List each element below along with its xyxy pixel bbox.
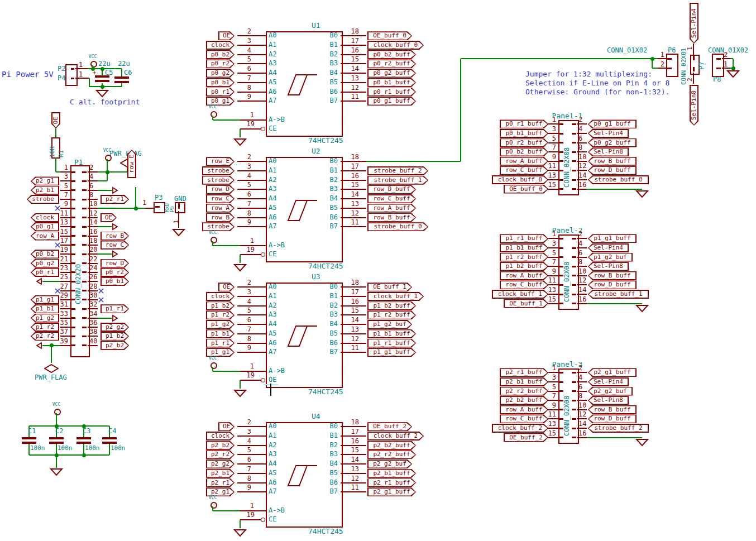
net-label-clock[interactable]: clock xyxy=(206,41,235,50)
net-label-strobe_buff_2[interactable]: strobe_buff_2 xyxy=(588,424,649,433)
net-label-p2_b1_buff[interactable]: p2_b1_buff xyxy=(367,469,416,478)
net-label-p0_g2[interactable]: p0_g2 xyxy=(206,69,235,78)
net-label-row_B_buff[interactable]: row_B_buff xyxy=(588,271,637,280)
net-label-p2_r1[interactable]: p2_r1 xyxy=(206,478,235,487)
net-label-clock_buff_0[interactable]: clock_buff_0 xyxy=(367,41,424,50)
net-label-p1_g1[interactable]: p1_g1 xyxy=(31,295,59,304)
net-label-p2_b2_buff[interactable]: p2_b2_buff xyxy=(367,441,416,450)
net-label-clock_buff_1[interactable]: clock_buff_1 xyxy=(367,292,424,301)
net-label-row_C_buff[interactable]: row_C_buff xyxy=(500,414,548,423)
net-label-p1_g1_buff[interactable]: p1_g1_buff xyxy=(367,348,416,357)
net-label-strobe[interactable]: strobe xyxy=(202,176,235,185)
net-label-p2_b1[interactable]: p2_b1 xyxy=(31,186,59,195)
net-label-OE[interactable]: OE xyxy=(218,31,235,40)
net-label-p2_b1_buff[interactable]: p2_b1_buff xyxy=(500,377,548,386)
net-label-p1_r2_buff[interactable]: p1_r2_buff xyxy=(500,253,548,262)
net-label-p1_g2[interactable]: p1_g2 xyxy=(31,314,59,323)
net-label-p0_r2[interactable]: p0_r2 xyxy=(101,268,129,277)
net-label-strobe_buff_1[interactable]: strobe_buff_1 xyxy=(367,176,428,185)
connector-p3-body[interactable] xyxy=(154,202,165,213)
net-label-row_D_buff[interactable]: row_D_buff xyxy=(367,185,416,194)
net-label-p1_g1_buff[interactable]: p1_g1_buff xyxy=(588,234,637,243)
net-label-row_D[interactable]: row_D xyxy=(101,259,129,268)
net-label-clock[interactable]: clock xyxy=(31,213,59,222)
net-label-p0_r1_buff[interactable]: p0_r1_buff xyxy=(367,88,416,97)
net-label-p2_r1_buff[interactable]: p2_r1_buff xyxy=(500,368,548,377)
net-label-p0_b1[interactable]: p0_b1 xyxy=(206,78,235,87)
net-label-OE[interactable]: OE xyxy=(101,213,117,222)
net-label-p1_r1[interactable]: p1_r1 xyxy=(206,339,235,348)
net-label-p1_r2_buff[interactable]: p1_r2_buff xyxy=(367,310,416,319)
net-label-strobe[interactable]: strobe xyxy=(27,195,59,204)
net-label-p0_g2[interactable]: p0_g2 xyxy=(31,259,59,268)
net-label-strobe[interactable]: strobe xyxy=(202,222,235,231)
note-jumper-3[interactable]: Otherwise: Ground (for non-1:32). xyxy=(525,88,669,95)
net-label-row_B[interactable]: row_B xyxy=(101,232,129,241)
net-label-p2_r2[interactable]: p2_r2 xyxy=(31,332,59,341)
net-label-p2_g2_buf[interactable]: p2_g2_buf xyxy=(367,459,412,468)
net-label-Sel-Pin4[interactable]: Sel-Pin4 xyxy=(588,377,629,386)
global-label-oe-r1[interactable]: OE xyxy=(51,112,60,128)
net-label-OE_buff_2[interactable]: OE_buff_2 xyxy=(367,422,412,431)
net-label-p2_r2_buff[interactable]: p2_r2_buff xyxy=(367,450,416,459)
vcc-symbol[interactable] xyxy=(105,155,112,161)
note-pi-power[interactable]: Pi Power 5V xyxy=(2,70,54,78)
net-label-p2_b1[interactable]: p2_b1 xyxy=(206,469,235,478)
net-label-row_E[interactable]: row_E xyxy=(206,157,235,166)
net-label-p2_g2_buf[interactable]: p2_g2_buf xyxy=(588,387,633,396)
net-label-p2_r2_buff[interactable]: p2_r2_buff xyxy=(500,387,548,396)
net-label-OE[interactable]: OE xyxy=(218,283,235,291)
net-label-row_A_buff[interactable]: row_A_buff xyxy=(500,271,548,280)
net-label-p2_r1_buff[interactable]: p2_r1_buff xyxy=(367,478,416,487)
net-label-p0_b2[interactable]: p0_b2 xyxy=(206,50,235,59)
net-label-p0_b1[interactable]: p0_b1 xyxy=(101,277,129,286)
net-label-row_D[interactable]: row_D xyxy=(206,185,235,194)
vcc-symbol[interactable] xyxy=(90,61,97,68)
net-label-p1_b2[interactable]: p1_b2 xyxy=(101,332,129,341)
vcc-symbol[interactable] xyxy=(54,409,61,415)
net-label-p2_g1_buff[interactable]: p2_g1_buff xyxy=(367,487,416,496)
net-label-clock_buff_2[interactable]: clock_buff_2 xyxy=(492,424,548,433)
net-label-p2_b2_buff[interactable]: p2_b2_buff xyxy=(500,396,548,405)
net-label-OE_buff_2[interactable]: OE_buff_2 xyxy=(504,433,548,442)
net-label-Sel-Pin8[interactable]: Sel-Pin8 xyxy=(588,262,629,271)
net-label-p0_b1_buff[interactable]: p0_b1_buff xyxy=(500,129,548,138)
note-c-alt-footprint[interactable]: C alt. footprint xyxy=(70,98,140,106)
net-label-p2_r2[interactable]: p2_r2 xyxy=(206,450,235,459)
net-label-p2_g1[interactable]: p2_g1 xyxy=(31,176,59,185)
net-label-p0_g1_buff[interactable]: p0_g1_buff xyxy=(367,97,416,106)
net-label-p2_g1_buff[interactable]: p2_g1_buff xyxy=(588,368,637,377)
net-label-p0_r2_buff[interactable]: p0_r2_buff xyxy=(367,59,416,68)
net-label-row_D_buff[interactable]: row_D_buff xyxy=(588,166,637,175)
net-label-p1_r1_buff[interactable]: p1_r1_buff xyxy=(500,234,548,243)
net-label-p1_g2_buf[interactable]: p1_g2_buf xyxy=(588,253,633,262)
net-label-row_D_buff[interactable]: row_D_buff xyxy=(588,414,637,423)
net-label-p1_r1_buff[interactable]: p1_r1_buff xyxy=(367,339,416,348)
note-jumper-1[interactable]: Jumper for 1:32 multiplexing: xyxy=(525,70,652,78)
net-label-p0_r1[interactable]: p0_r1 xyxy=(31,268,59,277)
net-label-p0_g1[interactable]: p0_g1 xyxy=(31,222,59,231)
net-label-p0_r1[interactable]: p0_r1 xyxy=(206,88,235,97)
net-label-row_B_buff[interactable]: row_B_buff xyxy=(367,213,416,222)
net-label-p0_r2[interactable]: p0_r2 xyxy=(206,59,235,68)
net-label-p2_g2[interactable]: p2_g2 xyxy=(101,323,129,332)
net-label-OE_buff_1[interactable]: OE_buff_1 xyxy=(504,299,548,308)
net-label-OE[interactable]: OE xyxy=(218,422,235,431)
net-label-row_A_buff[interactable]: row_A_buff xyxy=(500,405,548,414)
net-label-p0_b2_buff[interactable]: p0_b2_buff xyxy=(367,50,416,59)
net-label-row_B[interactable]: row_B xyxy=(206,213,235,222)
net-label-p0_g2_buff[interactable]: p0_g2_buff xyxy=(588,138,637,147)
net-label-row_C_buff[interactable]: row_C_buff xyxy=(500,280,548,289)
net-label-p2_r1[interactable]: p2_r1 xyxy=(101,195,129,204)
net-label-p1_b1_buff[interactable]: p1_b1_buff xyxy=(367,329,416,338)
net-label-p0_g1_buff[interactable]: p0_g1_buff xyxy=(588,119,637,128)
net-label-row_A_buff[interactable]: row_A_buff xyxy=(500,157,548,166)
net-label-p0_b1_buff[interactable]: p0_b1_buff xyxy=(367,78,416,87)
net-label-p0_b2[interactable]: p0_b2 xyxy=(31,250,59,258)
net-label-p2_b2[interactable]: p2_b2 xyxy=(206,441,235,450)
net-label-Sel-Pin4[interactable]: Sel-Pin4 xyxy=(588,129,629,138)
net-label-p1_r1[interactable]: p1_r1 xyxy=(101,304,129,313)
net-label-p0_g2_buff[interactable]: p0_g2_buff xyxy=(367,69,416,78)
net-label-strobe_buff_2[interactable]: strobe_buff_2 xyxy=(367,166,428,175)
vcc-symbol[interactable] xyxy=(210,237,217,243)
